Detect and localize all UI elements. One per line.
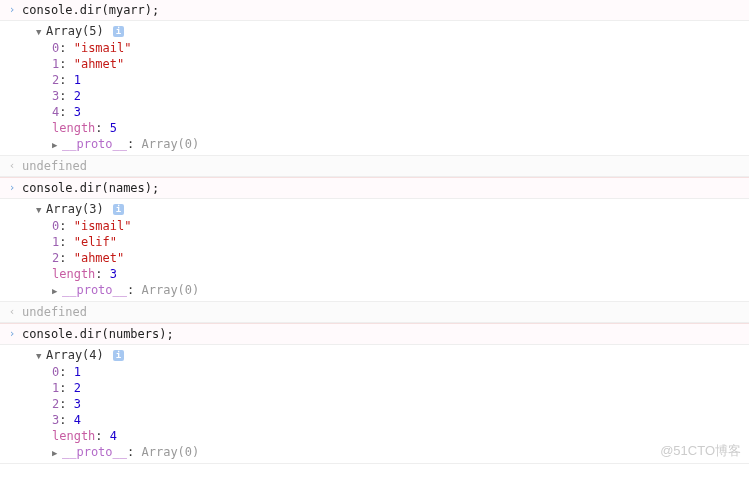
summary-text: Array(4): [46, 348, 104, 362]
property-value: 3: [74, 105, 81, 119]
property-value: 1: [74, 365, 81, 379]
disclosure-triangle-icon[interactable]: ▼: [36, 202, 46, 218]
object-property[interactable]: 3: 4: [22, 412, 749, 428]
property-key: length: [52, 121, 95, 135]
disclosure-triangle-icon[interactable]: ▼: [36, 348, 46, 364]
console-return-row: ‹undefined: [0, 156, 749, 177]
object-property[interactable]: 1: "elif": [22, 234, 749, 250]
property-value: "ahmet": [74, 251, 125, 265]
object-property[interactable]: 0: "ismail": [22, 40, 749, 56]
proto-row[interactable]: ▶__proto__: Array(0): [22, 282, 749, 299]
object-property[interactable]: 0: "ismail": [22, 218, 749, 234]
proto-row[interactable]: ▶__proto__: Array(0): [22, 136, 749, 153]
console-input-row[interactable]: ›console.dir(names);: [0, 177, 749, 199]
property-value: "ismail": [74, 41, 132, 55]
proto-key: __proto__: [62, 283, 127, 297]
proto-value: Array(0): [141, 137, 199, 151]
console-object-block: ▼Array(3) i0: "ismail"1: "elif"2: "ahmet…: [0, 199, 749, 302]
return-marker-icon: ‹: [6, 158, 18, 174]
console-output: ›console.dir(myarr);▼Array(5) i0: "ismai…: [0, 0, 749, 464]
input-code: console.dir(names);: [22, 181, 159, 195]
property-value: 4: [74, 413, 81, 427]
object-property[interactable]: 3: 2: [22, 88, 749, 104]
input-marker-icon: ›: [6, 180, 18, 196]
summary-text: Array(5): [46, 24, 104, 38]
object-property[interactable]: 0: 1: [22, 364, 749, 380]
object-property[interactable]: 2: 3: [22, 396, 749, 412]
proto-value: Array(0): [141, 445, 199, 459]
console-object-block: ▼Array(4) i0: 11: 22: 33: 4length: 4▶__p…: [0, 345, 749, 464]
input-marker-icon: ›: [6, 2, 18, 18]
summary-text: Array(3): [46, 202, 104, 216]
property-key: length: [52, 267, 95, 281]
object-summary[interactable]: ▼Array(3) i: [22, 201, 749, 218]
object-property[interactable]: 2: "ahmet": [22, 250, 749, 266]
property-value: 1: [74, 73, 81, 87]
console-input-row[interactable]: ›console.dir(myarr);: [0, 0, 749, 21]
info-badge-icon[interactable]: i: [113, 350, 124, 361]
property-value: 2: [74, 89, 81, 103]
object-property[interactable]: length: 3: [22, 266, 749, 282]
console-input-row[interactable]: ›console.dir(numbers);: [0, 323, 749, 345]
input-marker-icon: ›: [6, 326, 18, 342]
return-value: undefined: [22, 159, 87, 173]
return-marker-icon: ‹: [6, 304, 18, 320]
console-object-block: ▼Array(5) i0: "ismail"1: "ahmet"2: 13: 2…: [0, 21, 749, 156]
proto-value: Array(0): [141, 283, 199, 297]
info-badge-icon[interactable]: i: [113, 204, 124, 215]
input-code: console.dir(myarr);: [22, 3, 159, 17]
object-property[interactable]: length: 5: [22, 120, 749, 136]
property-value: 2: [74, 381, 81, 395]
property-key: length: [52, 429, 95, 443]
disclosure-triangle-icon[interactable]: ▼: [36, 24, 46, 40]
info-badge-icon[interactable]: i: [113, 26, 124, 37]
property-value: 5: [110, 121, 117, 135]
object-property[interactable]: 1: 2: [22, 380, 749, 396]
proto-key: __proto__: [62, 137, 127, 151]
object-summary[interactable]: ▼Array(5) i: [22, 23, 749, 40]
property-value: "ismail": [74, 219, 132, 233]
watermark: @51CTO博客: [660, 442, 741, 460]
property-value: 3: [110, 267, 117, 281]
object-property[interactable]: 2: 1: [22, 72, 749, 88]
disclosure-triangle-icon[interactable]: ▶: [52, 283, 62, 299]
console-return-row: ‹undefined: [0, 302, 749, 323]
object-property[interactable]: 4: 3: [22, 104, 749, 120]
object-property[interactable]: 1: "ahmet": [22, 56, 749, 72]
property-value: 4: [110, 429, 117, 443]
object-property[interactable]: length: 4: [22, 428, 749, 444]
property-value: "elif": [74, 235, 117, 249]
disclosure-triangle-icon[interactable]: ▶: [52, 137, 62, 153]
return-value: undefined: [22, 305, 87, 319]
property-value: 3: [74, 397, 81, 411]
proto-row[interactable]: ▶__proto__: Array(0): [22, 444, 749, 461]
input-code: console.dir(numbers);: [22, 327, 174, 341]
object-summary[interactable]: ▼Array(4) i: [22, 347, 749, 364]
property-value: "ahmet": [74, 57, 125, 71]
proto-key: __proto__: [62, 445, 127, 459]
disclosure-triangle-icon[interactable]: ▶: [52, 445, 62, 461]
